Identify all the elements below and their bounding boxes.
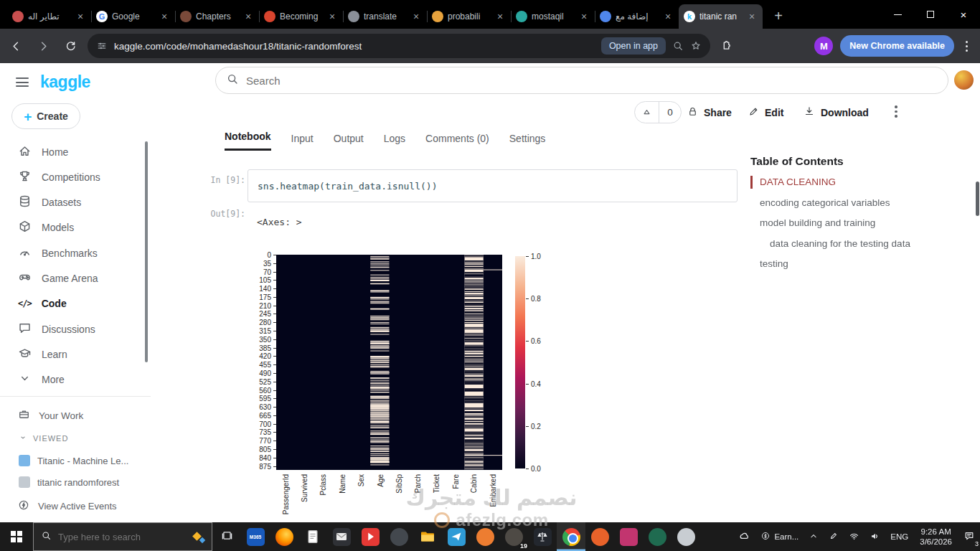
tab-close-icon[interactable]: ×	[494, 11, 506, 22]
app-icon-scales-app	[534, 528, 552, 546]
page-scrollbar[interactable]	[976, 182, 979, 216]
window-close-button[interactable]: ×	[947, 0, 980, 29]
coin-icon	[760, 531, 771, 542]
taskbar-app-mail[interactable]	[327, 522, 356, 551]
taskbar-app-dark-app[interactable]	[385, 522, 413, 551]
browser-tab-2[interactable]: Chapters×	[175, 4, 259, 29]
app-icon-mail	[333, 528, 351, 546]
app-icon-photos-app	[620, 528, 638, 546]
tab-title: probabili	[448, 11, 490, 22]
browser-tab-5[interactable]: probabili×	[427, 4, 511, 29]
tab-favicon	[264, 11, 275, 22]
tab-favicon	[600, 11, 611, 22]
taskbar-app-green-app[interactable]	[643, 522, 672, 551]
browser-tab-0[interactable]: تطاير اله×	[7, 4, 91, 29]
taskbar-app-scales-app[interactable]	[528, 522, 557, 551]
tray-cloud-icon[interactable]	[733, 522, 755, 551]
taskbar-app-video-app[interactable]	[356, 522, 385, 551]
window-maximize-button[interactable]	[914, 0, 947, 29]
bookmark-star-icon[interactable]	[690, 40, 702, 52]
tray-pen-icon[interactable]	[824, 522, 844, 551]
new-tab-button[interactable]: +	[769, 6, 788, 25]
tab-close-icon[interactable]: ×	[75, 11, 86, 22]
tab-title: Chapters	[196, 11, 238, 22]
task-view-icon	[221, 529, 233, 545]
extensions-icon[interactable]	[715, 34, 738, 57]
taskbar-app-photos-app[interactable]	[614, 522, 643, 551]
tab-title: mostaqil	[532, 11, 574, 22]
tab-close-icon[interactable]: ×	[746, 11, 758, 22]
tray-clock[interactable]: 9:26 AM 3/6/2026	[913, 522, 958, 551]
browser-tab-8[interactable]: ktitanic ran×	[679, 4, 763, 29]
taskbar-app-orange-app[interactable]	[471, 522, 499, 551]
start-button[interactable]	[0, 522, 33, 551]
taskbar-app-brave[interactable]	[585, 522, 614, 551]
tray-earn-button[interactable]: Earn...	[755, 522, 804, 551]
toc-active-indicator	[750, 176, 753, 189]
toc-item-1[interactable]: encoding categorical variables	[760, 197, 890, 208]
search-icon[interactable]	[672, 40, 684, 52]
browser-tab-1[interactable]: GGoogle×	[91, 4, 175, 29]
tray-language-button[interactable]: ENG	[885, 522, 913, 551]
taskbar-app-file-explorer[interactable]	[413, 522, 442, 551]
taskbar-search-input[interactable]	[58, 532, 187, 542]
site-info-icon[interactable]	[96, 40, 108, 52]
taskbar-app-chrome[interactable]	[557, 522, 585, 551]
tab-title: تطاير اله	[28, 11, 70, 22]
browser-tab-3[interactable]: Becoming×	[259, 4, 343, 29]
table-of-contents: Table of Contents DATA CLEANINGencoding …	[0, 63, 980, 522]
app-badge: 19	[520, 542, 527, 550]
earn-label: Earn...	[774, 532, 798, 541]
language-label: ENG	[890, 532, 908, 541]
desktop-screen: تطاير اله×GGoogle×Chapters×Becoming×tran…	[0, 0, 980, 551]
toc-item-2[interactable]: model building and training	[760, 217, 875, 228]
tab-close-icon[interactable]: ×	[410, 11, 422, 22]
toc-item-4[interactable]: testing	[760, 258, 788, 269]
app-icon-file-explorer	[419, 528, 437, 546]
taskbar-app-telegram[interactable]	[442, 522, 471, 551]
address-bar[interactable]: kaggle.com/code/mohamedashour18/titanic-…	[88, 34, 710, 58]
clock-date: 3/6/2026	[920, 537, 952, 547]
chevron-up-icon	[809, 531, 819, 542]
tray-volume-icon[interactable]	[864, 522, 885, 551]
browser-tab-4[interactable]: translate×	[343, 4, 427, 29]
tray-network-icon[interactable]	[844, 522, 864, 551]
tab-favicon	[180, 11, 192, 22]
tray-hidden-icons-chevron[interactable]	[804, 522, 824, 551]
tab-favicon: k	[684, 11, 695, 22]
taskbar-search-box[interactable]	[33, 522, 212, 551]
browser-menu-icon[interactable]	[960, 41, 973, 52]
reload-button[interactable]	[59, 34, 82, 57]
app-icon-green-app	[649, 528, 666, 546]
tab-favicon	[516, 11, 527, 22]
window-minimize-button[interactable]	[881, 0, 914, 29]
app-icon-gray-app	[677, 528, 695, 546]
tab-close-icon[interactable]: ×	[242, 11, 254, 22]
taskbar-app-firefox[interactable]	[270, 522, 298, 551]
taskbar-app-notepad[interactable]	[298, 522, 327, 551]
taskbar-app-gray-app[interactable]	[672, 522, 700, 551]
toc-item-3[interactable]: data cleaning for the testing data	[770, 238, 910, 249]
app-icon-telegram	[448, 528, 466, 546]
taskbar-app-messages-app[interactable]: 19	[499, 522, 528, 551]
browser-profile-avatar[interactable]: M	[814, 37, 833, 55]
browser-tab-6[interactable]: mostaqil×	[511, 4, 595, 29]
tab-close-icon[interactable]: ×	[578, 11, 590, 22]
forward-button[interactable]	[32, 34, 55, 57]
browser-tab-7[interactable]: إضافة مع×	[595, 4, 679, 29]
search-icon	[41, 530, 52, 544]
toc-item-0[interactable]: DATA CLEANING	[760, 176, 836, 187]
app-letter: M365	[250, 534, 261, 540]
tab-title: Google	[112, 11, 154, 22]
open-in-app-chip[interactable]: Open in app	[601, 37, 666, 55]
task-view-button[interactable]	[212, 522, 241, 551]
search-highlights-icon[interactable]	[193, 531, 204, 542]
tab-close-icon[interactable]: ×	[326, 11, 338, 22]
taskbar-app-m365[interactable]: M365	[241, 522, 270, 551]
tab-close-icon[interactable]: ×	[662, 11, 674, 22]
url-text: kaggle.com/code/mohamedashour18/titanic-…	[114, 41, 595, 52]
tab-close-icon[interactable]: ×	[159, 11, 170, 22]
chrome-update-chip[interactable]: New Chrome available	[840, 35, 954, 57]
action-center-button[interactable]: 3	[958, 522, 980, 551]
back-button[interactable]	[4, 34, 27, 57]
